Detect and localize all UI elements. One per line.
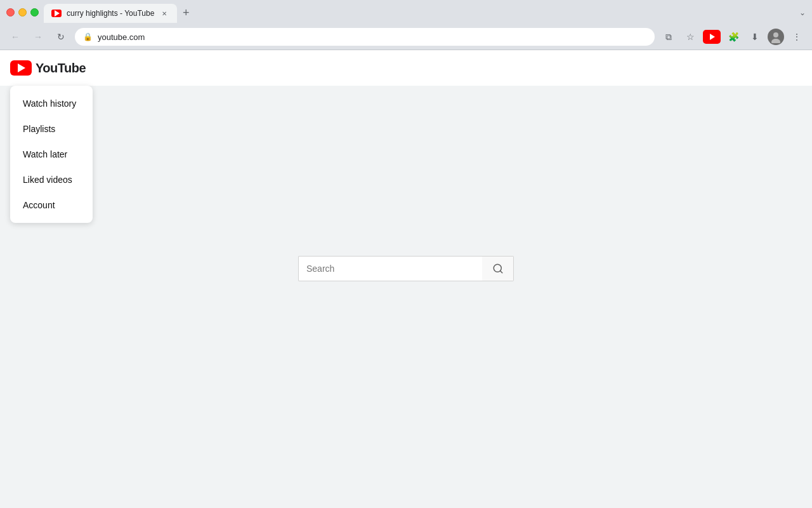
close-button[interactable] xyxy=(6,8,15,17)
sidebar-item-label: Account xyxy=(23,200,55,210)
sidebar-menu: Watch history Playlists Watch later Like… xyxy=(10,86,93,223)
pip-button[interactable]: ⧉ xyxy=(660,28,678,46)
sidebar-item-label: Watch history xyxy=(23,98,76,109)
address-bar[interactable]: 🔒 youtube.com xyxy=(75,28,655,46)
chrome-menu-button[interactable]: ⋮ xyxy=(788,28,806,46)
extensions-button[interactable]: 🧩 xyxy=(724,28,742,46)
new-tab-button[interactable]: + xyxy=(177,4,195,22)
toolbar-actions: ⧉ ☆ 🧩 ⬇ ⋮ xyxy=(660,28,806,46)
tab-favicon xyxy=(51,10,62,17)
star-icon: ☆ xyxy=(686,32,695,42)
maximize-button[interactable] xyxy=(30,8,39,17)
lock-icon: 🔒 xyxy=(83,32,93,41)
tab-bar: curry highlights - YouTube ✕ + xyxy=(44,1,794,23)
svg-point-1 xyxy=(771,39,780,43)
download-icon: ⬇ xyxy=(751,32,759,42)
scroll-down-icon: ⌄ xyxy=(799,8,806,17)
svg-point-0 xyxy=(773,32,778,37)
sidebar-item-label: Watch later xyxy=(23,149,67,159)
sidebar-item-liked-videos[interactable]: Liked videos xyxy=(10,167,93,192)
forward-button: → xyxy=(29,28,47,46)
search-button[interactable] xyxy=(482,256,514,281)
tab-close-button[interactable]: ✕ xyxy=(159,8,169,18)
traffic-lights xyxy=(6,8,39,17)
page-content: YouTube Watch history Playlists Watch la… xyxy=(0,50,812,487)
search-container xyxy=(298,256,514,281)
sidebar-item-watch-later[interactable]: Watch later xyxy=(10,142,93,167)
address-bar-row: ← → ↻ 🔒 youtube.com ⧉ ☆ 🧩 ⬇ xyxy=(0,24,812,50)
tab-title: curry highlights - YouTube xyxy=(67,9,154,18)
sidebar-item-account[interactable]: Account xyxy=(10,192,93,218)
yt-logo[interactable]: YouTube xyxy=(10,60,86,76)
yt-header: YouTube xyxy=(0,50,812,86)
window-scroll-indicator: ⌄ xyxy=(799,6,806,18)
sidebar-item-label: Liked videos xyxy=(23,175,72,185)
three-dots-icon: ⋮ xyxy=(792,32,801,42)
pip-icon: ⧉ xyxy=(665,32,672,43)
active-tab[interactable]: curry highlights - YouTube ✕ xyxy=(44,4,177,23)
search-icon xyxy=(492,263,504,274)
title-bar: curry highlights - YouTube ✕ + ⌄ xyxy=(0,0,812,24)
bookmark-button[interactable]: ☆ xyxy=(681,28,699,46)
search-input[interactable] xyxy=(298,256,482,281)
back-button: ← xyxy=(6,28,24,46)
profile-avatar[interactable] xyxy=(768,29,784,45)
download-button[interactable]: ⬇ xyxy=(746,28,764,46)
puzzle-icon: 🧩 xyxy=(728,32,739,42)
sidebar-item-label: Playlists xyxy=(23,124,55,134)
yt-logo-text: YouTube xyxy=(36,61,86,76)
yt-toolbar-button[interactable] xyxy=(703,30,721,44)
reload-button[interactable]: ↻ xyxy=(52,28,70,46)
svg-line-3 xyxy=(500,271,502,272)
browser-chrome: curry highlights - YouTube ✕ + ⌄ ← → ↻ 🔒… xyxy=(0,0,812,50)
sidebar-item-playlists[interactable]: Playlists xyxy=(10,116,93,142)
minimize-button[interactable] xyxy=(18,8,27,17)
sidebar-item-watch-history[interactable]: Watch history xyxy=(10,91,93,116)
url-display: youtube.com xyxy=(98,32,646,42)
yt-logo-icon xyxy=(10,60,32,76)
avatar-icon xyxy=(769,30,782,43)
